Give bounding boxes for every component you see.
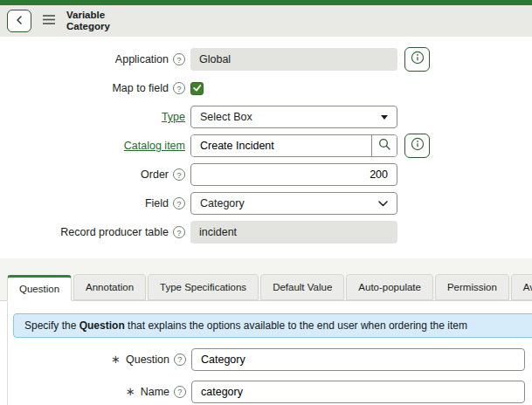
tab-default-value[interactable]: Default Value	[260, 274, 344, 300]
page-title-line1: Variable	[66, 10, 110, 21]
type-label-link[interactable]: Type	[162, 111, 185, 123]
name-label: Name	[141, 386, 169, 398]
field-select-value: Category	[200, 197, 245, 209]
checkmark-icon	[192, 80, 202, 96]
field-row-field: Field ? Category	[0, 192, 532, 215]
info-banner: Specify the Question that explains the o…	[13, 313, 532, 338]
info-circle-icon	[411, 137, 425, 154]
chevron-down-icon	[378, 197, 388, 209]
hamburger-icon	[42, 13, 56, 29]
help-icon[interactable]: ?	[173, 226, 185, 238]
question-tab-panel: Specify the Question that explains the o…	[7, 301, 532, 405]
catalog-item-label-link[interactable]: Catalog item	[124, 140, 185, 152]
tab-type-specifications[interactable]: Type Specifications	[148, 274, 259, 300]
tab-strip: Question Annotation Type Specifications …	[0, 274, 532, 301]
back-button[interactable]	[7, 10, 31, 32]
question-input[interactable]	[191, 348, 525, 371]
tab-auto-populate[interactable]: Auto-populate	[346, 274, 433, 300]
tab-availability[interactable]: Availability	[511, 274, 532, 300]
help-icon[interactable]: ?	[173, 197, 185, 209]
form-header: Variable Category	[0, 5, 532, 37]
type-select[interactable]: Select Box	[190, 106, 397, 128]
record-producer-table-label: Record producer table	[60, 226, 169, 238]
page-title-line2: Category	[66, 21, 110, 32]
mandatory-icon: ∗	[126, 385, 135, 398]
order-input[interactable]	[190, 163, 397, 186]
tab-permission[interactable]: Permission	[435, 274, 509, 300]
name-input[interactable]	[191, 381, 525, 403]
chevron-left-icon	[15, 13, 24, 29]
catalog-item-lookup-button[interactable]	[371, 135, 397, 156]
help-icon[interactable]: ?	[174, 354, 186, 366]
field-row-catalog-item: Catalog item	[0, 134, 532, 157]
tab-strip-spacer	[0, 258, 532, 274]
dropdown-triangle-icon	[381, 115, 388, 120]
field-label: Field	[145, 197, 169, 209]
field-row-question: ∗ Question ?	[8, 348, 532, 370]
record-producer-table-readonly-field: incident	[190, 221, 397, 244]
map-to-field-checkbox[interactable]	[190, 82, 204, 95]
help-icon[interactable]: ?	[173, 168, 185, 181]
help-icon[interactable]: ?	[173, 82, 185, 94]
field-row-type: Type Select Box	[0, 106, 532, 128]
application-readonly-field: Global	[190, 48, 397, 71]
info-circle-icon	[411, 51, 425, 68]
application-label: Application	[115, 53, 169, 65]
type-select-value: Select Box	[200, 111, 252, 123]
banner-text-prefix: Specify the	[24, 319, 79, 332]
catalog-item-reference-field	[190, 134, 397, 157]
search-icon	[378, 138, 391, 154]
field-row-order: Order ?	[0, 163, 532, 186]
page-title: Variable Category	[66, 10, 110, 32]
mandatory-icon: ∗	[111, 353, 121, 366]
help-icon[interactable]: ?	[173, 53, 185, 65]
tab-annotation[interactable]: Annotation	[73, 274, 146, 300]
field-row-application: Application ? Global	[0, 48, 532, 71]
field-row-record-producer-table: Record producer table ? incident	[0, 221, 532, 244]
record-form: Application ? Global Map to field ?	[0, 37, 532, 258]
context-menu-button[interactable]	[42, 13, 56, 29]
field-row-name: ∗ Name ?	[8, 381, 532, 402]
banner-text-suffix: that explains the options available to t…	[125, 319, 467, 332]
catalog-item-input[interactable]	[191, 135, 371, 156]
order-label: Order	[141, 168, 169, 181]
question-label: Question	[126, 354, 169, 366]
application-info-button[interactable]	[404, 47, 430, 72]
help-icon[interactable]: ?	[174, 386, 186, 398]
banner-text-bold: Question	[79, 319, 125, 332]
map-to-field-label: Map to field	[112, 82, 169, 94]
catalog-item-info-button[interactable]	[404, 134, 430, 158]
field-row-map-to-field: Map to field ?	[0, 77, 532, 100]
tab-question[interactable]: Question	[7, 275, 72, 301]
field-select[interactable]: Category	[190, 192, 397, 215]
